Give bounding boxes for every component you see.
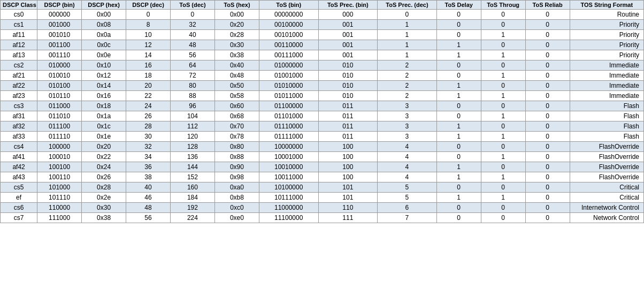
cell-r14-c11: 0 [525,152,570,162]
table-row: af120011000x0c12480x30001100000011100Pri… [1,40,644,50]
cell-r18-c6: 10111000 [259,193,318,203]
cell-r15-c11: 0 [525,162,570,172]
col-header-5: ToS (hex) [214,1,259,10]
table-row: cs51010000x28401600xa0101000001015000Cri… [1,182,644,193]
table-body: cs00000000x00000x00000000000000000Routin… [1,10,644,223]
cell-r16-c10: 1 [481,172,525,182]
cell-r3-c8: 1 [378,40,437,50]
cell-r3-c10: 0 [481,40,525,50]
cell-r10-c6: 01101000 [259,111,318,121]
cell-r5-c7: 010 [318,60,378,71]
cell-r9-c5: 0x60 [214,101,259,111]
cell-r13-c3: 32 [126,142,171,152]
cell-r0-c0: cs0 [1,10,37,20]
cell-r1-c2: 0x08 [82,20,126,30]
cell-r15-c2: 0x24 [82,162,126,172]
cell-r4-c1: 001110 [37,50,82,60]
cell-r18-c3: 46 [126,193,171,203]
cell-r18-c0: ef [1,193,37,203]
cell-r3-c9: 1 [436,40,481,50]
cell-r8-c11: 0 [525,91,570,101]
cell-r11-c6: 01110000 [259,121,318,132]
col-header-12: TOS String Format [570,1,643,10]
cell-r5-c2: 0x10 [82,60,126,71]
cell-r9-c3: 24 [126,101,171,111]
cell-r1-c10: 0 [481,20,525,30]
cell-r17-c2: 0x28 [82,182,126,193]
cell-r8-c1: 010110 [37,91,82,101]
cell-r12-c4: 120 [170,132,214,142]
cell-r9-c2: 0x18 [82,101,126,111]
cell-r3-c11: 0 [525,40,570,50]
col-header-3: DSCP (dec) [126,1,171,10]
cell-r7-c5: 0x50 [214,81,259,91]
cell-r13-c1: 100000 [37,142,82,152]
cell-r14-c1: 100010 [37,152,82,162]
table-row: cs71110000x38562240xe0111000001117000Net… [1,213,644,223]
cell-r15-c5: 0x90 [214,162,259,172]
cell-r3-c0: af12 [1,40,37,50]
cell-r6-c9: 0 [436,71,481,81]
cell-r2-c8: 1 [378,30,437,40]
cell-r4-c0: af13 [1,50,37,60]
cell-r16-c3: 38 [126,172,171,182]
cell-r9-c9: 0 [436,101,481,111]
cell-r11-c5: 0x70 [214,121,259,132]
cell-r13-c12: FlashOverride [570,142,643,152]
cell-r6-c10: 1 [481,71,525,81]
cell-r15-c7: 100 [318,162,378,172]
cell-r18-c12: Critical [570,193,643,203]
cell-r20-c6: 11100000 [259,213,318,223]
table-row: af431001100x26381520x98100110001004110Fl… [1,172,644,182]
cell-r18-c7: 101 [318,193,378,203]
cell-r17-c3: 40 [126,182,171,193]
cell-r7-c12: Immediate [570,81,643,91]
cell-r8-c8: 2 [378,91,437,101]
cell-r16-c5: 0x98 [214,172,259,182]
cell-r0-c4: 0 [170,10,214,20]
table-row: cs10010000x088320x20001000000011000Prior… [1,20,644,30]
cell-r15-c3: 36 [126,162,171,172]
cell-r6-c3: 18 [126,71,171,81]
cell-r4-c11: 0 [525,50,570,60]
cell-r8-c2: 0x16 [82,91,126,101]
cell-r10-c11: 0 [525,111,570,121]
cell-r17-c5: 0xa0 [214,182,259,193]
cell-r4-c4: 56 [170,50,214,60]
cell-r2-c3: 10 [126,30,171,40]
cell-r19-c9: 0 [436,203,481,213]
table-row: af130011100x0e14560x38001110000011110Pri… [1,50,644,60]
table-row: af411000100x22341360x88100010001004010Fl… [1,152,644,162]
cell-r12-c7: 011 [318,132,378,142]
cell-r12-c10: 1 [481,132,525,142]
cell-r5-c8: 2 [378,60,437,71]
cell-r0-c12: Routine [570,10,643,20]
cell-r9-c8: 3 [378,101,437,111]
cell-r18-c5: 0xb8 [214,193,259,203]
header-row: DSCP ClassDSCP (bin)DSCP (hex)DSCP (dec)… [1,1,644,10]
cell-r4-c9: 1 [436,50,481,60]
cell-r5-c0: cs2 [1,60,37,71]
cell-r4-c5: 0x38 [214,50,259,60]
cell-r2-c7: 001 [318,30,378,40]
table-row: af330111100x1e301200x78011110000113110Fl… [1,132,644,142]
cell-r10-c8: 3 [378,111,437,121]
cell-r0-c8: 0 [378,10,437,20]
cell-r14-c12: FlashOverride [570,152,643,162]
cell-r11-c3: 28 [126,121,171,132]
cell-r8-c0: af23 [1,91,37,101]
cell-r20-c7: 111 [318,213,378,223]
table-row: cs41000000x20321280x80100000001004000Fla… [1,142,644,152]
cell-r17-c1: 101000 [37,182,82,193]
cell-r3-c6: 00110000 [259,40,318,50]
col-header-0: DSCP Class [1,1,37,10]
cell-r6-c0: af21 [1,71,37,81]
cell-r12-c1: 011110 [37,132,82,142]
cell-r3-c7: 001 [318,40,378,50]
cell-r7-c4: 80 [170,81,214,91]
cell-r6-c6: 01001000 [259,71,318,81]
cell-r9-c10: 0 [481,101,525,111]
cell-r11-c9: 1 [436,121,481,132]
cell-r7-c1: 010100 [37,81,82,91]
cell-r8-c7: 010 [318,91,378,101]
